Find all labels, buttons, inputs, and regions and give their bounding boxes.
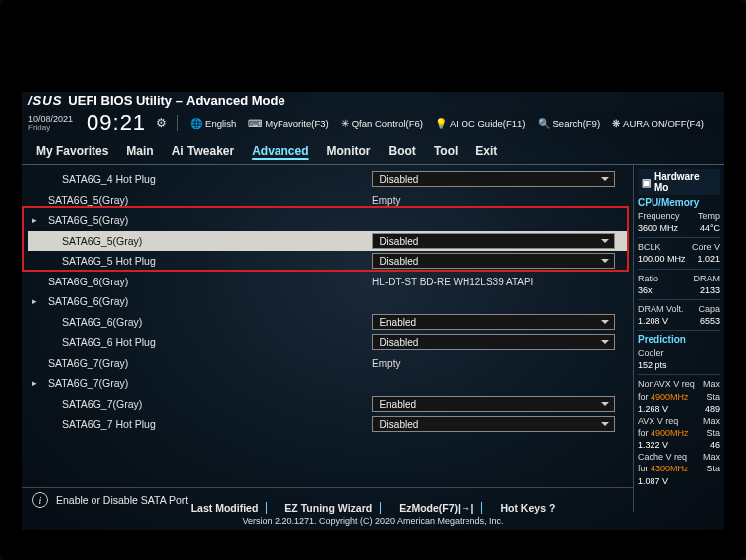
setting-label: SATA6G_5(Gray): [62, 235, 372, 247]
aioc-link[interactable]: AI OC Guide(F11): [435, 118, 526, 129]
title-bar: /SUS UEFI BIOS Utility – Advanced Mode: [22, 92, 724, 110]
version-text: Version 2.20.1271. Copyright (C) 2020 Am…: [22, 516, 724, 526]
setting-dropdown[interactable]: Enabled: [372, 314, 615, 330]
setting-label: SATA6G_7(Gray): [48, 357, 366, 369]
fan-icon: [341, 118, 349, 129]
cpu-mem-header: CPU/Memory: [638, 197, 720, 208]
language-toggle[interactable]: English: [190, 118, 236, 129]
setting-value: Empty: [366, 358, 400, 369]
setting-value: Empty: [366, 195, 400, 206]
setting-label: SATA6G_6(Gray): [48, 295, 366, 307]
app-title: UEFI BIOS Utility – Advanced Mode: [68, 93, 284, 108]
setting-dropdown[interactable]: Enabled: [372, 396, 615, 412]
tab-tool[interactable]: Tool: [434, 142, 458, 160]
tab-exit[interactable]: Exit: [475, 142, 497, 160]
setting-row: SATA6G_6(Gray)HL-DT-ST BD-RE WH12LS39 AT…: [28, 272, 627, 292]
setting-row: SATA6G_5(Gray)Empty: [28, 190, 627, 211]
weekday-text: Friday: [28, 124, 73, 132]
footer-bar: Last ModifiedEZ Tuning WizardEzMode(F7)|…: [22, 500, 724, 530]
setting-value: HL-DT-ST BD-RE WH12LS39 ATAPI: [366, 277, 533, 287]
aura-icon: [612, 118, 620, 129]
setting-row[interactable]: SATA6G_7(Gray): [28, 373, 627, 394]
bios-screen: /SUS UEFI BIOS Utility – Advanced Mode 1…: [22, 92, 724, 530]
setting-label: SATA6G_7(Gray): [48, 377, 366, 389]
setting-row: SATA6G_6 Hot PlugDisabled: [28, 332, 627, 353]
setting-label: SATA6G_6(Gray): [48, 276, 366, 287]
myfavorite-link[interactable]: MyFavorite(F3): [248, 118, 328, 129]
setting-label: SATA6G_7(Gray): [62, 398, 372, 410]
tab-my-favorites[interactable]: My Favorites: [36, 142, 108, 160]
footer-link[interactable]: EzMode(F7)|→|: [391, 502, 482, 514]
globe-icon: [190, 118, 202, 129]
clock: 09:21: [87, 110, 146, 136]
setting-dropdown[interactable]: Disabled: [372, 171, 615, 187]
date-block: 10/08/2021 Friday: [28, 115, 73, 132]
settings-panel: SATA6G_4 Hot PlugDisabledSATA6G_5(Gray)E…: [22, 165, 633, 512]
hw-header: Hardware Mo: [638, 169, 720, 195]
setting-dropdown[interactable]: Disabled: [372, 253, 615, 269]
setting-dropdown[interactable]: Disabled: [372, 416, 615, 432]
prediction-header: Prediction: [638, 334, 720, 345]
setting-label: SATA6G_6 Hot Plug: [62, 336, 372, 348]
qfan-link[interactable]: Qfan Control(F6): [341, 118, 423, 129]
tab-advanced[interactable]: Advanced: [252, 142, 308, 160]
chip-icon: [642, 177, 651, 188]
bulb-icon: [435, 118, 447, 129]
info-bar: 10/08/2021 Friday 09:21 English MyFavori…: [22, 110, 724, 140]
tab-main[interactable]: Main: [126, 142, 153, 160]
setting-label: SATA6G_6(Gray): [62, 316, 372, 328]
setting-row: SATA6G_7(Gray)Enabled: [28, 394, 627, 415]
tab-monitor[interactable]: Monitor: [327, 142, 371, 160]
footer-link[interactable]: Hot Keys ?: [492, 502, 563, 514]
setting-row[interactable]: SATA6G_6(Gray): [28, 291, 627, 312]
gear-icon[interactable]: [156, 116, 167, 130]
setting-row: SATA6G_7 Hot PlugDisabled: [28, 414, 627, 435]
setting-dropdown[interactable]: Disabled: [372, 334, 615, 350]
footer-link[interactable]: Last Modified: [183, 502, 268, 514]
search-icon: [538, 118, 550, 129]
setting-row: SATA6G_5 Hot PlugDisabled: [28, 251, 627, 272]
search-link[interactable]: Search(F9): [538, 118, 601, 129]
setting-row: SATA6G_4 Hot PlugDisabled: [28, 169, 627, 190]
setting-label: SATA6G_7 Hot Plug: [62, 418, 372, 430]
aura-link[interactable]: AURA ON/OFF(F4): [612, 118, 704, 129]
tab-ai-tweaker[interactable]: Ai Tweaker: [172, 142, 234, 160]
main-tabs: My FavoritesMainAi TweakerAdvancedMonito…: [22, 140, 724, 165]
setting-label: SATA6G_4 Hot Plug: [62, 173, 372, 185]
footer-link[interactable]: EZ Tuning Wizard: [277, 502, 381, 514]
setting-label: SATA6G_5(Gray): [48, 214, 366, 226]
asus-logo: /SUS: [28, 93, 62, 108]
setting-label: SATA6G_5 Hot Plug: [62, 255, 372, 267]
setting-label: SATA6G_5(Gray): [48, 194, 366, 206]
hardware-monitor-panel: Hardware Mo CPU/Memory FrequencyTemp 360…: [633, 165, 724, 512]
setting-row: SATA6G_5(Gray)Disabled: [28, 231, 627, 252]
setting-row: SATA6G_7(Gray)Empty: [28, 353, 627, 374]
footer-links: Last ModifiedEZ Tuning WizardEzMode(F7)|…: [22, 502, 724, 514]
tab-boot[interactable]: Boot: [389, 142, 416, 160]
keyboard-icon: [248, 118, 262, 129]
setting-dropdown[interactable]: Disabled: [372, 233, 615, 249]
setting-row: SATA6G_6(Gray)Enabled: [28, 312, 627, 333]
setting-row[interactable]: SATA6G_5(Gray): [28, 210, 627, 231]
main-area: SATA6G_4 Hot PlugDisabledSATA6G_5(Gray)E…: [22, 165, 724, 512]
